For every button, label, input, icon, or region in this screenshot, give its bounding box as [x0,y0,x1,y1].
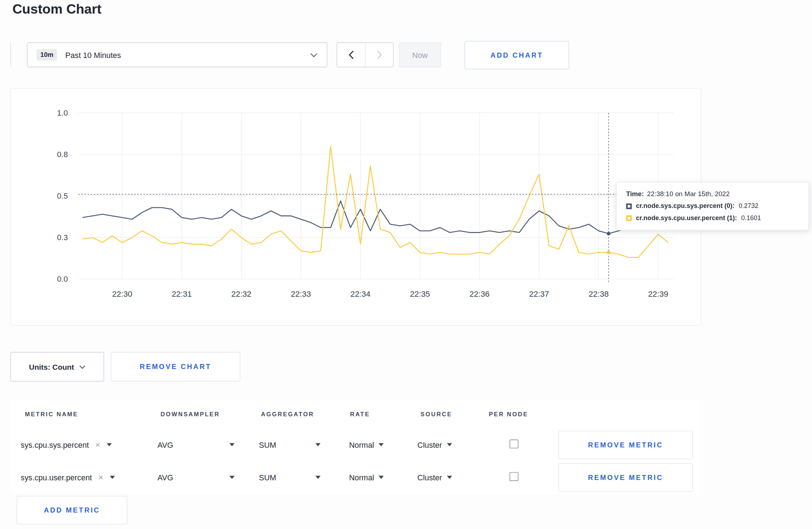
metric-row: sys.cpu.sys.percent AVG SUM Normal Clust… [16,429,700,461]
svg-text:22:36: 22:36 [469,290,489,299]
tooltip-series-row: cr.node.sys.cpu.user.percent (1): 0.1601 [626,214,799,222]
remove-metric-button[interactable]: REMOVE METRIC [558,464,693,492]
time-range-label: Past 10 Minutes [65,50,310,59]
tooltip-series-name: cr.node.sys.cpu.user.percent (1): [636,214,737,222]
source-value: Cluster [417,473,442,482]
header-aggregator: AGGREGATOR [257,411,346,417]
chevron-right-icon [377,50,382,59]
source-select[interactable]: Cluster [417,473,452,482]
svg-text:22:37: 22:37 [529,290,549,299]
downsampler-select[interactable]: AVG [158,440,235,449]
chart-canvas[interactable]: 0.00.30.50.81.022:3022:3122:3222:3322:34… [11,88,701,325]
chevron-left-icon [348,50,354,59]
caret-down-icon [106,443,111,446]
rate-select[interactable]: Normal [349,473,384,482]
prev-range-button[interactable] [337,43,365,67]
units-label: Units: Count [29,363,74,371]
header-downsampler: DOWNSAMPLER [155,411,257,417]
svg-text:1.0: 1.0 [57,108,68,117]
caret-down-icon [447,476,452,479]
aggregator-value: SUM [259,473,276,482]
chart-panel: 0.00.30.50.81.022:3022:3122:3222:3322:34… [10,88,701,326]
tooltip-time-label: Time: [626,190,644,198]
tooltip-series-value: 0.2732 [739,203,758,210]
aggregator-select[interactable]: SUM [259,440,321,449]
tooltip-time: Time:22:38:10 on Mar 15th, 2022 [626,190,799,198]
caret-down-icon [315,476,320,479]
svg-text:0.0: 0.0 [57,275,68,283]
rate-select[interactable]: Normal [349,440,384,449]
chart-tooltip: Time:22:38:10 on Mar 15th, 2022 cr.node.… [616,182,809,230]
tooltip-time-value: 22:38:10 on Mar 15th, 2022 [647,190,730,198]
metrics-table-header: METRIC NAME DOWNSAMPLER AGGREGATOR RATE … [16,400,700,429]
time-range-pager [337,43,393,67]
svg-text:22:33: 22:33 [291,290,311,299]
time-range-dropdown[interactable]: 10m Past 10 Minutes [27,43,327,67]
caret-down-icon [379,443,384,446]
tooltip-series-name: cr.node.sys.cpu.sys.percent (0): [636,203,734,210]
next-range-button[interactable] [365,43,393,67]
caret-down-icon [229,476,234,479]
rate-value: Normal [349,473,374,482]
caret-down-icon [447,443,452,446]
svg-text:22:39: 22:39 [648,290,668,299]
add-metric-button[interactable]: ADD METRIC [16,496,127,525]
caret-down-icon [315,443,320,446]
toolbar-divider [10,43,11,67]
downsampler-select[interactable]: AVG [158,473,235,482]
aggregator-value: SUM [259,440,276,449]
source-value: Cluster [417,440,442,449]
header-source: SOURCE [414,411,485,417]
metric-row: sys.cpu.user.percent AVG SUM Normal Clus… [16,461,700,494]
metric-name-select[interactable]: sys.cpu.user.percent [21,473,115,482]
svg-text:22:34: 22:34 [351,290,371,299]
clear-icon[interactable] [98,473,103,482]
svg-text:22:30: 22:30 [112,290,132,299]
per-node-checkbox[interactable] [509,472,518,481]
metric-name-select[interactable]: sys.cpu.sys.percent [21,440,112,449]
custom-chart-page: Custom Chart 10m Past 10 Minutes Now ADD… [0,0,812,529]
downsampler-value: AVG [158,440,173,449]
svg-text:22:31: 22:31 [172,290,192,299]
add-chart-button[interactable]: ADD CHART [464,41,569,69]
header-per-node: PER NODE [485,411,554,417]
units-dropdown[interactable]: Units: Count [10,352,104,382]
caret-down-icon [379,476,384,479]
time-range-badge: 10m [37,49,57,60]
caret-down-icon [110,476,115,479]
metrics-table: METRIC NAME DOWNSAMPLER AGGREGATOR RATE … [10,400,700,494]
aggregator-select[interactable]: SUM [259,473,321,482]
svg-text:22:32: 22:32 [231,290,251,299]
chevron-down-icon [310,53,317,57]
clear-icon[interactable] [95,440,100,449]
now-button[interactable]: Now [399,43,441,67]
per-node-checkbox[interactable] [509,440,518,448]
rate-value: Normal [349,440,374,449]
page-title: Custom Chart [13,1,102,17]
series-swatch-icon [626,215,632,221]
header-metric-name: METRIC NAME [16,411,155,417]
metric-name-value: sys.cpu.sys.percent [21,440,89,449]
remove-chart-button[interactable]: REMOVE CHART [111,352,241,382]
chevron-down-icon [79,365,85,369]
tooltip-series-value: 0.1601 [741,214,761,222]
metric-name-value: sys.cpu.user.percent [21,473,92,482]
header-rate: RATE [346,411,414,417]
caret-down-icon [229,443,234,446]
source-select[interactable]: Cluster [417,440,452,449]
svg-text:0.5: 0.5 [57,191,68,200]
svg-text:22:35: 22:35 [410,290,430,299]
svg-text:0.3: 0.3 [57,233,68,242]
svg-text:0.8: 0.8 [57,150,68,159]
svg-text:22:38: 22:38 [589,290,609,299]
downsampler-value: AVG [158,473,173,482]
series-swatch-icon [626,203,632,209]
tooltip-series-row: cr.node.sys.cpu.sys.percent (0): 0.2732 [626,203,799,210]
remove-metric-button[interactable]: REMOVE METRIC [558,431,693,459]
